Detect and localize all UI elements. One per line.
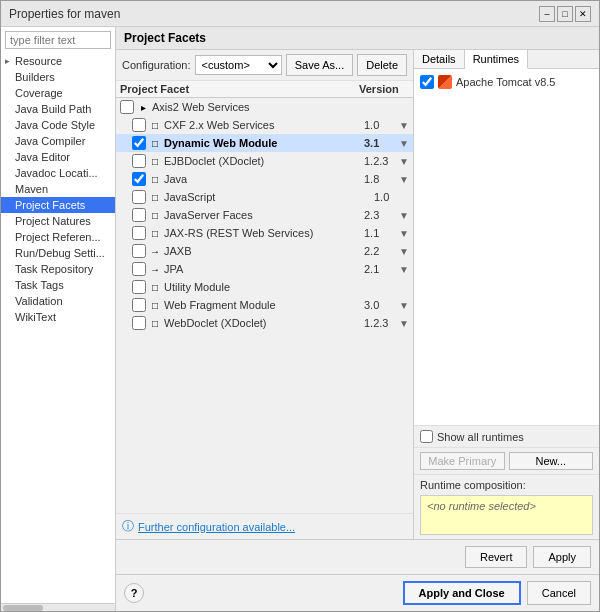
- apply-button[interactable]: Apply: [533, 546, 591, 568]
- facet-row-jsf[interactable]: □ JavaServer Faces 2.3 ▼: [116, 206, 413, 224]
- facet-row-cxf[interactable]: □ CXF 2.x Web Services 1.0 ▼: [116, 116, 413, 134]
- tomcat-icon: [438, 75, 452, 89]
- facet-checkbox-java[interactable]: [132, 172, 146, 186]
- runtime-checkbox-tomcat[interactable]: [420, 75, 434, 89]
- maximize-button[interactable]: □: [557, 6, 573, 22]
- facet-checkbox-javascript[interactable]: [132, 190, 146, 204]
- tab-runtimes[interactable]: Runtimes: [465, 50, 528, 69]
- facet-checkbox-axis2[interactable]: [120, 100, 134, 114]
- facet-row-jpa[interactable]: → JPA 2.1 ▼: [116, 260, 413, 278]
- info-icon: ⓘ: [122, 518, 134, 535]
- facet-icon-cxf: □: [148, 118, 162, 132]
- sidebar-scrollbar[interactable]: [1, 603, 115, 611]
- sidebar-item-coverage[interactable]: Coverage: [1, 85, 115, 101]
- sidebar-item-resource[interactable]: ▸ Resource: [1, 53, 115, 69]
- version-arrow: ▼: [399, 318, 409, 329]
- col-facet-header: Project Facet: [120, 83, 359, 95]
- facet-checkbox-ejbdoclet[interactable]: [132, 154, 146, 168]
- sidebar-item-project-references[interactable]: Project Referen...: [1, 229, 115, 245]
- expand-arrow: ▸: [5, 56, 15, 66]
- expand-arrow: [5, 312, 15, 322]
- composition-label: Runtime composition:: [420, 479, 593, 491]
- facet-checkbox-web-fragment[interactable]: [132, 298, 146, 312]
- save-as-button[interactable]: Save As...: [286, 54, 354, 76]
- facets-header: Project Facet Version: [116, 81, 413, 98]
- facet-row-ejbdoclet[interactable]: □ EJBDoclet (XDoclet) 1.2.3 ▼: [116, 152, 413, 170]
- tab-details[interactable]: Details: [414, 50, 465, 68]
- main-content: ▸ Resource Builders Coverage Java Build …: [1, 27, 599, 611]
- details-area: Details Runtimes Apache Tomcat v8.5 Show…: [414, 50, 599, 539]
- sidebar-item-task-tags[interactable]: Task Tags: [1, 277, 115, 293]
- panel-title: Project Facets: [116, 27, 599, 50]
- expand-arrow: [5, 72, 15, 82]
- sidebar-item-builders[interactable]: Builders: [1, 69, 115, 85]
- sidebar-item-javadoc[interactable]: Javadoc Locati...: [1, 165, 115, 181]
- sidebar-item-maven[interactable]: Maven: [1, 181, 115, 197]
- facet-row-webdoclet[interactable]: □ WebDoclet (XDoclet) 1.2.3 ▼: [116, 314, 413, 332]
- facet-icon-dynamic: □: [148, 136, 162, 150]
- runtime-item-tomcat[interactable]: Apache Tomcat v8.5: [418, 73, 595, 91]
- help-button[interactable]: ?: [124, 583, 144, 603]
- config-row: Configuration: <custom> Save As... Delet…: [116, 50, 413, 81]
- sidebar: ▸ Resource Builders Coverage Java Build …: [1, 27, 116, 611]
- config-label: Configuration:: [122, 59, 191, 71]
- close-button[interactable]: ✕: [575, 6, 591, 22]
- sidebar-item-task-repository[interactable]: Task Repository: [1, 261, 115, 277]
- facet-icon-jaxrs: □: [148, 226, 162, 240]
- expand-arrow: [5, 104, 15, 114]
- facet-checkbox-cxf[interactable]: [132, 118, 146, 132]
- facet-row-dynamic-web[interactable]: □ Dynamic Web Module 3.1 ▼: [116, 134, 413, 152]
- minimize-button[interactable]: –: [539, 6, 555, 22]
- facet-checkbox-utility[interactable]: [132, 280, 146, 294]
- new-runtime-button[interactable]: New...: [509, 452, 594, 470]
- sidebar-item-project-natures[interactable]: Project Natures: [1, 213, 115, 229]
- facet-checkbox-jaxrs[interactable]: [132, 226, 146, 240]
- facet-checkbox-dynamic-web[interactable]: [132, 136, 146, 150]
- sidebar-item-project-facets[interactable]: Project Facets: [1, 197, 115, 213]
- sidebar-item-java-code-style[interactable]: Java Code Style: [1, 117, 115, 133]
- facet-row-web-fragment[interactable]: □ Web Fragment Module 3.0 ▼: [116, 296, 413, 314]
- sidebar-tree: ▸ Resource Builders Coverage Java Build …: [1, 53, 115, 603]
- expand-arrow: [5, 248, 15, 258]
- sidebar-item-wikitext[interactable]: WikiText: [1, 309, 115, 325]
- further-config-link[interactable]: Further configuration available...: [138, 521, 295, 533]
- expand-arrow: [5, 184, 15, 194]
- action-bar: ? Apply and Close Cancel: [116, 574, 599, 611]
- right-panel: Project Facets Configuration: <custom> S…: [116, 27, 599, 611]
- show-all-checkbox[interactable]: [420, 430, 433, 443]
- version-arrow: ▼: [399, 156, 409, 167]
- filter-input[interactable]: [5, 31, 111, 49]
- title-bar: Properties for maven – □ ✕: [1, 1, 599, 27]
- runtime-buttons: Make Primary New...: [414, 447, 599, 474]
- apply-and-close-button[interactable]: Apply and Close: [403, 581, 521, 605]
- composition-box: <no runtime selected>: [420, 495, 593, 535]
- facet-icon-jpa: →: [148, 262, 162, 276]
- sidebar-item-java-editor[interactable]: Java Editor: [1, 149, 115, 165]
- config-select[interactable]: <custom>: [195, 55, 282, 75]
- facet-checkbox-jpa[interactable]: [132, 262, 146, 276]
- facet-row-jaxb[interactable]: → JAXB 2.2 ▼: [116, 242, 413, 260]
- facet-checkbox-jsf[interactable]: [132, 208, 146, 222]
- cancel-button[interactable]: Cancel: [527, 581, 591, 605]
- delete-button[interactable]: Delete: [357, 54, 407, 76]
- bottom-right: Revert Apply: [465, 546, 591, 568]
- facet-row-utility[interactable]: □ Utility Module: [116, 278, 413, 296]
- facet-row-java[interactable]: □ Java 1.8 ▼: [116, 170, 413, 188]
- facet-row-javascript[interactable]: □ JavaScript 1.0: [116, 188, 413, 206]
- sidebar-item-validation[interactable]: Validation: [1, 293, 115, 309]
- facet-icon-jsf: □: [148, 208, 162, 222]
- version-arrow: ▼: [399, 300, 409, 311]
- facet-row-jax-rs[interactable]: □ JAX-RS (REST Web Services) 1.1 ▼: [116, 224, 413, 242]
- expand-arrow: [5, 264, 15, 274]
- sidebar-item-java-compiler[interactable]: Java Compiler: [1, 133, 115, 149]
- facet-checkbox-jaxb[interactable]: [132, 244, 146, 258]
- sidebar-item-java-build-path[interactable]: Java Build Path: [1, 101, 115, 117]
- revert-button[interactable]: Revert: [465, 546, 527, 568]
- sidebar-item-run-debug[interactable]: Run/Debug Setti...: [1, 245, 115, 261]
- expand-arrow: [5, 232, 15, 242]
- facet-checkbox-webdoclet[interactable]: [132, 316, 146, 330]
- facet-row-axis2[interactable]: ▸ Axis2 Web Services: [116, 98, 413, 116]
- version-arrow: ▼: [399, 120, 409, 131]
- facet-icon-jaxb: →: [148, 244, 162, 258]
- make-primary-button[interactable]: Make Primary: [420, 452, 505, 470]
